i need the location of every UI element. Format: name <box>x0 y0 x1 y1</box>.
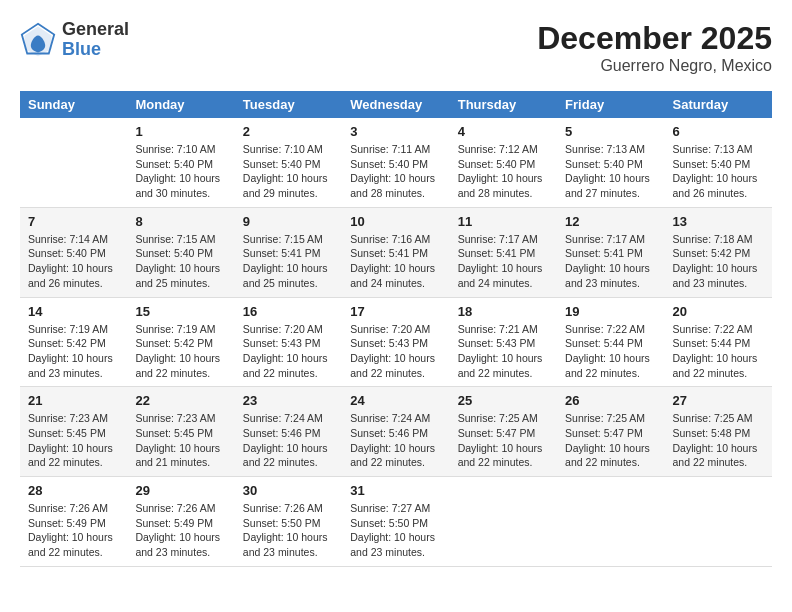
day-info: Sunrise: 7:24 AMSunset: 5:46 PMDaylight:… <box>350 411 441 470</box>
calendar-week-row: 14Sunrise: 7:19 AMSunset: 5:42 PMDayligh… <box>20 297 772 387</box>
day-number: 19 <box>565 304 656 319</box>
col-header-sunday: Sunday <box>20 91 127 118</box>
calendar-cell: 3Sunrise: 7:11 AMSunset: 5:40 PMDaylight… <box>342 118 449 207</box>
calendar-cell: 29Sunrise: 7:26 AMSunset: 5:49 PMDayligh… <box>127 477 234 567</box>
calendar-cell: 16Sunrise: 7:20 AMSunset: 5:43 PMDayligh… <box>235 297 342 387</box>
header-row: SundayMondayTuesdayWednesdayThursdayFrid… <box>20 91 772 118</box>
day-info: Sunrise: 7:25 AMSunset: 5:47 PMDaylight:… <box>565 411 656 470</box>
day-number: 1 <box>135 124 226 139</box>
page-title: December 2025 <box>537 20 772 57</box>
day-info: Sunrise: 7:12 AMSunset: 5:40 PMDaylight:… <box>458 142 549 201</box>
day-number: 29 <box>135 483 226 498</box>
day-info: Sunrise: 7:14 AMSunset: 5:40 PMDaylight:… <box>28 232 119 291</box>
day-info: Sunrise: 7:13 AMSunset: 5:40 PMDaylight:… <box>673 142 764 201</box>
calendar-cell: 13Sunrise: 7:18 AMSunset: 5:42 PMDayligh… <box>665 207 772 297</box>
col-header-friday: Friday <box>557 91 664 118</box>
calendar-cell <box>20 118 127 207</box>
day-number: 13 <box>673 214 764 229</box>
calendar-cell: 7Sunrise: 7:14 AMSunset: 5:40 PMDaylight… <box>20 207 127 297</box>
day-number: 18 <box>458 304 549 319</box>
page-subtitle: Guerrero Negro, Mexico <box>537 57 772 75</box>
calendar-cell: 6Sunrise: 7:13 AMSunset: 5:40 PMDaylight… <box>665 118 772 207</box>
logo-icon <box>20 22 56 58</box>
calendar-cell: 9Sunrise: 7:15 AMSunset: 5:41 PMDaylight… <box>235 207 342 297</box>
day-number: 21 <box>28 393 119 408</box>
calendar-cell: 20Sunrise: 7:22 AMSunset: 5:44 PMDayligh… <box>665 297 772 387</box>
day-info: Sunrise: 7:23 AMSunset: 5:45 PMDaylight:… <box>28 411 119 470</box>
day-info: Sunrise: 7:10 AMSunset: 5:40 PMDaylight:… <box>243 142 334 201</box>
calendar-cell: 14Sunrise: 7:19 AMSunset: 5:42 PMDayligh… <box>20 297 127 387</box>
logo-text: General Blue <box>62 20 129 60</box>
calendar-cell: 4Sunrise: 7:12 AMSunset: 5:40 PMDaylight… <box>450 118 557 207</box>
day-info: Sunrise: 7:22 AMSunset: 5:44 PMDaylight:… <box>565 322 656 381</box>
day-info: Sunrise: 7:25 AMSunset: 5:47 PMDaylight:… <box>458 411 549 470</box>
day-number: 31 <box>350 483 441 498</box>
calendar-cell: 26Sunrise: 7:25 AMSunset: 5:47 PMDayligh… <box>557 387 664 477</box>
logo-line1: General <box>62 20 129 40</box>
day-number: 9 <box>243 214 334 229</box>
day-info: Sunrise: 7:11 AMSunset: 5:40 PMDaylight:… <box>350 142 441 201</box>
calendar-cell: 5Sunrise: 7:13 AMSunset: 5:40 PMDaylight… <box>557 118 664 207</box>
col-header-thursday: Thursday <box>450 91 557 118</box>
logo-line2: Blue <box>62 40 129 60</box>
page-header: General Blue December 2025 Guerrero Negr… <box>20 20 772 75</box>
col-header-monday: Monday <box>127 91 234 118</box>
day-info: Sunrise: 7:10 AMSunset: 5:40 PMDaylight:… <box>135 142 226 201</box>
calendar-table: SundayMondayTuesdayWednesdayThursdayFrid… <box>20 91 772 567</box>
calendar-week-row: 21Sunrise: 7:23 AMSunset: 5:45 PMDayligh… <box>20 387 772 477</box>
calendar-cell: 1Sunrise: 7:10 AMSunset: 5:40 PMDaylight… <box>127 118 234 207</box>
day-number: 4 <box>458 124 549 139</box>
calendar-week-row: 28Sunrise: 7:26 AMSunset: 5:49 PMDayligh… <box>20 477 772 567</box>
day-number: 2 <box>243 124 334 139</box>
day-info: Sunrise: 7:18 AMSunset: 5:42 PMDaylight:… <box>673 232 764 291</box>
day-info: Sunrise: 7:25 AMSunset: 5:48 PMDaylight:… <box>673 411 764 470</box>
day-info: Sunrise: 7:19 AMSunset: 5:42 PMDaylight:… <box>28 322 119 381</box>
day-number: 11 <box>458 214 549 229</box>
calendar-cell: 21Sunrise: 7:23 AMSunset: 5:45 PMDayligh… <box>20 387 127 477</box>
day-info: Sunrise: 7:17 AMSunset: 5:41 PMDaylight:… <box>458 232 549 291</box>
day-info: Sunrise: 7:21 AMSunset: 5:43 PMDaylight:… <box>458 322 549 381</box>
calendar-cell: 23Sunrise: 7:24 AMSunset: 5:46 PMDayligh… <box>235 387 342 477</box>
col-header-saturday: Saturday <box>665 91 772 118</box>
day-number: 7 <box>28 214 119 229</box>
day-number: 25 <box>458 393 549 408</box>
calendar-week-row: 7Sunrise: 7:14 AMSunset: 5:40 PMDaylight… <box>20 207 772 297</box>
calendar-cell: 15Sunrise: 7:19 AMSunset: 5:42 PMDayligh… <box>127 297 234 387</box>
calendar-week-row: 1Sunrise: 7:10 AMSunset: 5:40 PMDaylight… <box>20 118 772 207</box>
calendar-cell: 2Sunrise: 7:10 AMSunset: 5:40 PMDaylight… <box>235 118 342 207</box>
col-header-tuesday: Tuesday <box>235 91 342 118</box>
day-info: Sunrise: 7:17 AMSunset: 5:41 PMDaylight:… <box>565 232 656 291</box>
day-number: 20 <box>673 304 764 319</box>
day-number: 8 <box>135 214 226 229</box>
calendar-cell: 8Sunrise: 7:15 AMSunset: 5:40 PMDaylight… <box>127 207 234 297</box>
calendar-cell <box>665 477 772 567</box>
day-info: Sunrise: 7:16 AMSunset: 5:41 PMDaylight:… <box>350 232 441 291</box>
day-number: 17 <box>350 304 441 319</box>
day-number: 24 <box>350 393 441 408</box>
day-number: 14 <box>28 304 119 319</box>
calendar-cell: 10Sunrise: 7:16 AMSunset: 5:41 PMDayligh… <box>342 207 449 297</box>
day-info: Sunrise: 7:27 AMSunset: 5:50 PMDaylight:… <box>350 501 441 560</box>
day-info: Sunrise: 7:24 AMSunset: 5:46 PMDaylight:… <box>243 411 334 470</box>
day-info: Sunrise: 7:22 AMSunset: 5:44 PMDaylight:… <box>673 322 764 381</box>
calendar-cell: 31Sunrise: 7:27 AMSunset: 5:50 PMDayligh… <box>342 477 449 567</box>
calendar-cell: 22Sunrise: 7:23 AMSunset: 5:45 PMDayligh… <box>127 387 234 477</box>
calendar-cell: 18Sunrise: 7:21 AMSunset: 5:43 PMDayligh… <box>450 297 557 387</box>
col-header-wednesday: Wednesday <box>342 91 449 118</box>
day-info: Sunrise: 7:26 AMSunset: 5:50 PMDaylight:… <box>243 501 334 560</box>
calendar-cell: 11Sunrise: 7:17 AMSunset: 5:41 PMDayligh… <box>450 207 557 297</box>
day-number: 15 <box>135 304 226 319</box>
day-number: 5 <box>565 124 656 139</box>
day-info: Sunrise: 7:23 AMSunset: 5:45 PMDaylight:… <box>135 411 226 470</box>
title-block: December 2025 Guerrero Negro, Mexico <box>537 20 772 75</box>
calendar-cell <box>557 477 664 567</box>
day-info: Sunrise: 7:20 AMSunset: 5:43 PMDaylight:… <box>350 322 441 381</box>
day-info: Sunrise: 7:15 AMSunset: 5:41 PMDaylight:… <box>243 232 334 291</box>
calendar-cell <box>450 477 557 567</box>
day-info: Sunrise: 7:13 AMSunset: 5:40 PMDaylight:… <box>565 142 656 201</box>
calendar-cell: 25Sunrise: 7:25 AMSunset: 5:47 PMDayligh… <box>450 387 557 477</box>
calendar-cell: 27Sunrise: 7:25 AMSunset: 5:48 PMDayligh… <box>665 387 772 477</box>
day-info: Sunrise: 7:26 AMSunset: 5:49 PMDaylight:… <box>28 501 119 560</box>
day-info: Sunrise: 7:26 AMSunset: 5:49 PMDaylight:… <box>135 501 226 560</box>
day-number: 23 <box>243 393 334 408</box>
